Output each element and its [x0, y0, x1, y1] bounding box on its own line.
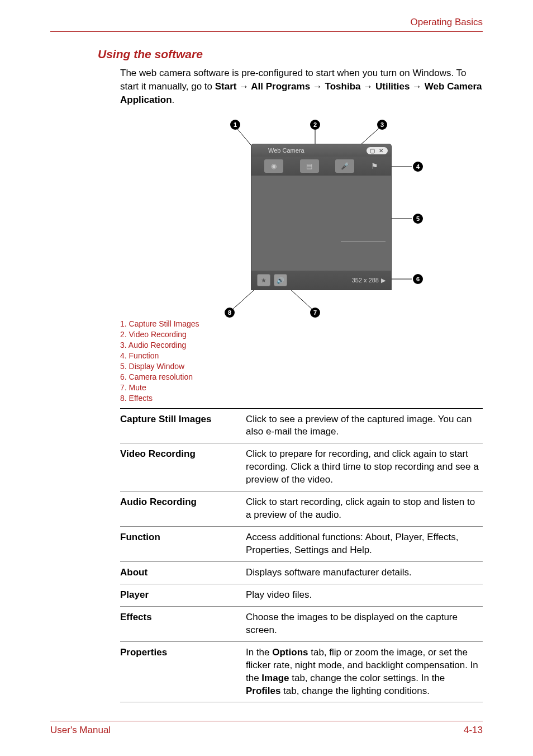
prop-image: Image	[261, 673, 289, 683]
callout-6: 6	[413, 274, 423, 284]
def-term: Effects	[120, 606, 246, 641]
def-term: Capture Still Images	[120, 408, 246, 443]
video-record-button[interactable]: ▤	[300, 159, 319, 173]
callout-4: 4	[413, 162, 423, 172]
table-row: Properties In the Options tab, flip or z…	[120, 641, 483, 702]
intro-start: Start	[215, 81, 237, 92]
section-title: Using the software	[98, 48, 483, 61]
callout-7: 7	[310, 308, 320, 318]
app-toolbar: ◉ ▤ 🎤 ⚑	[251, 157, 391, 176]
def-desc: Displays software manufacturer details.	[246, 561, 483, 584]
legend-item: 5. Display Window	[120, 361, 483, 372]
header-rule	[50, 31, 483, 32]
footer-right: 4-13	[464, 725, 483, 736]
intro-period: .	[172, 94, 175, 105]
table-row: Capture Still Images Click to see a prev…	[120, 408, 483, 443]
intro-toshiba: Toshiba	[325, 81, 361, 92]
legend-item: 8. Effects	[120, 393, 483, 404]
def-term: Player	[120, 584, 246, 606]
prop-p4: tab, change the lighting conditions.	[280, 686, 430, 696]
app-titlebar: Web Camera ▢ ✕	[251, 144, 391, 157]
def-term: Audio Recording	[120, 492, 246, 527]
def-term: Function	[120, 527, 246, 562]
resolution-arrow-icon[interactable]: ▶	[381, 277, 386, 284]
callout-3: 3	[377, 120, 387, 130]
display-line	[341, 242, 386, 242]
def-desc: Play video files.	[246, 584, 483, 606]
prop-p3: tab, change the color settings. In the	[289, 673, 445, 683]
app-window: Web Camera ▢ ✕ ◉ ▤ 🎤 ⚑ ★ 🔊 352 x 288 ▶	[251, 144, 391, 290]
prop-options: Options	[272, 647, 308, 658]
arrow-icon: →	[237, 81, 251, 92]
def-desc: Click to prepare for recording, and clic…	[246, 443, 483, 492]
callout-5: 5	[413, 214, 423, 224]
prop-profiles: Profiles	[246, 686, 280, 696]
footer-left: User's Manual	[50, 725, 111, 736]
table-row: Video Recording Click to prepare for rec…	[120, 443, 483, 492]
mute-button[interactable]: 🔊	[274, 274, 287, 286]
def-desc: Click to see a preview of the captured i…	[246, 408, 483, 443]
header-section: Operating Basics	[50, 17, 483, 28]
app-footer: ★ 🔊 352 x 288 ▶	[251, 271, 391, 290]
legend-item: 6. Camera resolution	[120, 372, 483, 382]
def-term: Video Recording	[120, 443, 246, 492]
def-desc: Choose the images to be displayed on the…	[246, 606, 483, 641]
page-footer: User's Manual 4-13	[50, 721, 483, 736]
arrow-icon: →	[410, 81, 424, 92]
prop-p1: In the	[246, 647, 272, 658]
def-term: Properties	[120, 641, 246, 702]
callout-1: 1	[230, 120, 240, 130]
legend-item: 2. Video Recording	[120, 329, 483, 340]
callout-2: 2	[310, 120, 320, 130]
def-desc: Access additional functions: About, Play…	[246, 527, 483, 562]
arrow-icon: →	[310, 81, 325, 92]
legend-item: 3. Audio Recording	[120, 340, 483, 351]
definitions-table: Capture Still Images Click to see a prev…	[120, 408, 483, 703]
intro-allprograms: All Programs	[251, 81, 310, 92]
def-term: About	[120, 561, 246, 584]
figure-area: 1 2 3 4 5 6 7 8 Web Camera ▢ ✕ ◉ ▤ 🎤 ⚑ ★…	[120, 115, 483, 316]
effects-button[interactable]: ★	[257, 274, 270, 286]
footer-rule	[50, 721, 483, 721]
table-row: Audio Recording Click to start recording…	[120, 492, 483, 527]
legend-item: 1. Capture Still Images	[120, 319, 483, 329]
table-row: Function Access additional functions: Ab…	[120, 527, 483, 562]
figure-legend: 1. Capture Still Images 2. Video Recordi…	[120, 319, 483, 403]
arrow-icon: →	[361, 81, 375, 92]
legend-item: 4. Function	[120, 351, 483, 361]
intro-paragraph: The web camera software is pre-configure…	[120, 67, 483, 106]
function-icon[interactable]: ⚑	[371, 162, 378, 171]
def-desc: Click to start recording, click again to…	[246, 492, 483, 527]
resolution-text: 352 x 288	[352, 277, 379, 284]
app-title: Web Camera	[268, 147, 304, 154]
table-row: About Displays software manufacturer det…	[120, 561, 483, 584]
capture-button[interactable]: ◉	[264, 159, 283, 173]
intro-utilities: Utilities	[375, 81, 410, 92]
def-desc: In the Options tab, flip or zoom the ima…	[246, 641, 483, 702]
table-row: Player Play video files.	[120, 584, 483, 606]
legend-item: 7. Mute	[120, 382, 483, 393]
audio-record-button[interactable]: 🎤	[335, 159, 354, 173]
table-row: Effects Choose the images to be displaye…	[120, 606, 483, 641]
display-window	[251, 176, 391, 271]
window-controls[interactable]: ▢ ✕	[367, 147, 388, 154]
callout-8: 8	[225, 308, 235, 318]
